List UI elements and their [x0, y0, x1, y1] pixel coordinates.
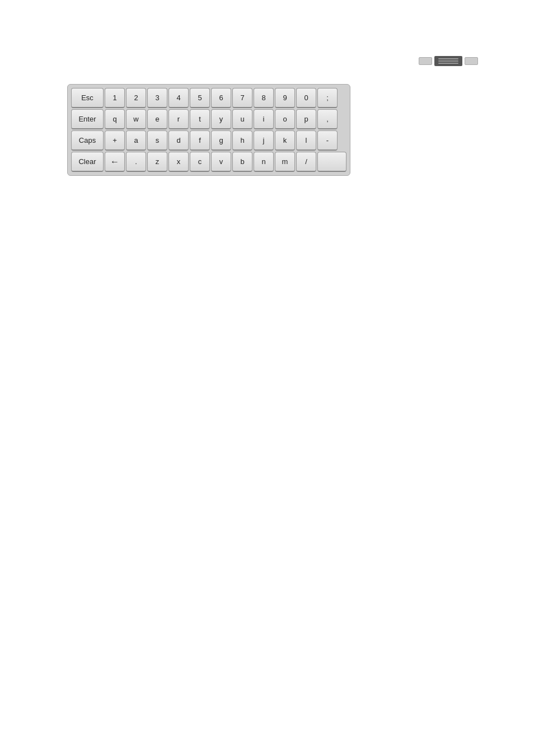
- key-w[interactable]: w: [126, 109, 146, 129]
- key-e[interactable]: e: [147, 109, 167, 129]
- key-period[interactable]: .: [126, 152, 146, 172]
- key-x[interactable]: x: [168, 152, 189, 172]
- key-d[interactable]: d: [168, 130, 189, 151]
- key-b[interactable]: b: [232, 152, 252, 172]
- key-9[interactable]: 9: [275, 88, 295, 108]
- key-r[interactable]: r: [168, 109, 189, 129]
- key-u[interactable]: u: [232, 109, 252, 129]
- key-esc[interactable]: Esc: [71, 88, 104, 108]
- key-l[interactable]: l: [296, 130, 316, 151]
- key-5[interactable]: 5: [190, 88, 210, 108]
- key-j[interactable]: j: [254, 130, 274, 151]
- key-slash[interactable]: /: [296, 152, 316, 172]
- key-z[interactable]: z: [147, 152, 167, 172]
- key-n[interactable]: n: [254, 152, 274, 172]
- key-backspace[interactable]: ←: [105, 152, 125, 172]
- key-k[interactable]: k: [275, 130, 295, 151]
- key-caps[interactable]: Caps: [71, 130, 104, 151]
- key-f[interactable]: f: [190, 130, 210, 151]
- key-g[interactable]: g: [211, 130, 231, 151]
- key-7[interactable]: 7: [232, 88, 252, 108]
- key-i[interactable]: i: [254, 109, 274, 129]
- keyboard-icon-small-left: [419, 57, 432, 65]
- keyboard-icon-small-right: [465, 57, 478, 65]
- keyboard-icon-main[interactable]: [434, 56, 462, 66]
- key-s[interactable]: s: [147, 130, 167, 151]
- key-8[interactable]: 8: [254, 88, 274, 108]
- key-t[interactable]: t: [190, 109, 210, 129]
- key-q[interactable]: q: [105, 109, 125, 129]
- key-1[interactable]: 1: [105, 88, 125, 108]
- key-o[interactable]: o: [275, 109, 295, 129]
- key-comma[interactable]: ,: [317, 109, 338, 129]
- key-c[interactable]: c: [190, 152, 210, 172]
- keyboard-row-3: Caps + a s d f g h j k l -: [71, 130, 346, 151]
- key-h[interactable]: h: [232, 130, 252, 151]
- key-3[interactable]: 3: [147, 88, 167, 108]
- keyboard-row-1: Esc 1 2 3 4 5 6 7 8 9 0 ;: [71, 88, 346, 108]
- keyboard: Esc 1 2 3 4 5 6 7 8 9 0 ; Enter q w e r …: [67, 84, 350, 176]
- key-plus[interactable]: +: [105, 130, 125, 151]
- key-m[interactable]: m: [275, 152, 295, 172]
- key-enter[interactable]: Enter: [71, 109, 104, 129]
- key-clear[interactable]: Clear: [71, 152, 104, 172]
- key-y[interactable]: y: [211, 109, 231, 129]
- key-space[interactable]: [317, 152, 346, 172]
- key-6[interactable]: 6: [211, 88, 231, 108]
- key-dash[interactable]: -: [317, 130, 338, 151]
- key-p[interactable]: p: [296, 109, 316, 129]
- key-2[interactable]: 2: [126, 88, 146, 108]
- keyboard-toggle-area[interactable]: [419, 56, 478, 66]
- key-v[interactable]: v: [211, 152, 231, 172]
- key-0[interactable]: 0: [296, 88, 316, 108]
- key-4[interactable]: 4: [168, 88, 189, 108]
- key-semicolon[interactable]: ;: [317, 88, 338, 108]
- keyboard-icon-lines: [438, 58, 458, 64]
- key-a[interactable]: a: [126, 130, 146, 151]
- keyboard-row-2: Enter q w e r t y u i o p ,: [71, 109, 346, 129]
- keyboard-row-4: Clear ← . z x c v b n m /: [71, 152, 346, 172]
